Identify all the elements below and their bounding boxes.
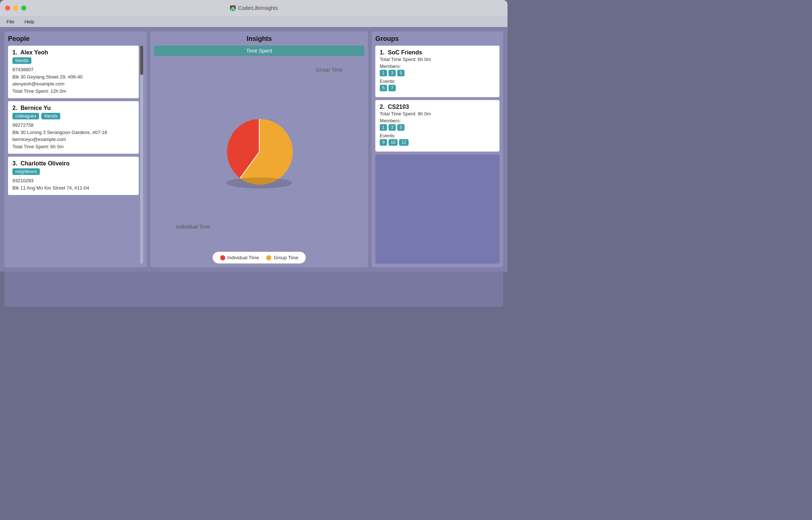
person-address-2: Blk 30 Lorong 3 Serangoon Gardens, #07-1…	[12, 129, 134, 136]
person-name-2: 2. Bernice Yu	[12, 105, 134, 111]
person-name-3: 3. Charlotte Oliveiro	[12, 160, 134, 167]
person-time-1: Total Time Spent: 12h 0m	[12, 88, 134, 95]
pie-chart	[223, 115, 296, 188]
people-panel: People 1. Alex Yeoh friends 87438807 Blk…	[4, 31, 147, 267]
group-time-2: Total Time Spent: 9h 0m	[380, 111, 495, 116]
people-panel-inner: 1. Alex Yeoh friends 87438807 Blk 30 Gey…	[8, 46, 143, 264]
member-badge-1-3: 5	[397, 70, 405, 76]
menu-file[interactable]: File	[4, 18, 16, 25]
legend-group: Group Time	[266, 255, 298, 260]
insights-header: Time Spent	[154, 46, 364, 56]
tag-colleagues-2: colleagues	[12, 113, 39, 119]
member-badge-2-1: 1	[380, 124, 387, 131]
pie-shadow	[226, 177, 292, 188]
group-time-1: Total Time Spent: 6h 0m	[380, 57, 495, 62]
groups-panel: Groups 1. SoC Friends Total Time Spent: …	[372, 31, 503, 267]
event-badge-2-2: 10	[388, 139, 398, 146]
group-name-2: 2. CS2103	[380, 104, 495, 110]
menu-bar: File Help	[0, 16, 508, 27]
main-content: People 1. Alex Yeoh friends 87438807 Blk…	[0, 27, 508, 272]
person-card-3[interactable]: 3. Charlotte Oliveiro neighbours 9321028…	[8, 157, 139, 195]
person-address-1: Blk 30 Geylang Street 29, #06-40	[12, 73, 134, 81]
maximize-button[interactable]	[21, 5, 26, 11]
tag-friends-2: friends	[41, 113, 60, 119]
person-phone-2: 99272758	[12, 122, 134, 129]
menu-help[interactable]: Help	[22, 18, 37, 25]
person-phone-1: 87438807	[12, 66, 134, 73]
legend-group-label: Group Time	[273, 255, 298, 260]
event-badge-2-3: 12	[399, 139, 408, 146]
chart-area: Group Time Individual Time	[154, 60, 364, 244]
close-button[interactable]	[5, 5, 10, 11]
legend-group-dot	[266, 255, 271, 260]
legend-individual: Individual Time	[220, 255, 259, 260]
event-badge-2-1: 9	[380, 139, 387, 146]
scrollbar-track[interactable]	[140, 46, 143, 264]
group-events-label-2: Events:	[380, 133, 495, 138]
event-badge-1-2: 7	[388, 85, 396, 91]
group-members-label-2: Members:	[380, 118, 495, 123]
scrollbar-thumb[interactable]	[140, 46, 143, 75]
minimize-button[interactable]	[13, 5, 18, 11]
person-tags-2: colleagues friends	[12, 113, 134, 119]
member-badge-2-3: 5	[397, 124, 405, 131]
person-time-2: Total Time Spent: 6h 0m	[12, 143, 134, 150]
person-email-1: alexyeoh@example.com	[12, 80, 134, 88]
person-address-3: Blk 11 Ang Mo Kio Street 74, #11-04	[12, 184, 134, 192]
person-email-2: berniceyu@example.com	[12, 136, 134, 143]
group-card-2[interactable]: 2. CS2103 Total Time Spent: 9h 0m Member…	[375, 100, 499, 152]
member-badge-1-1: 1	[380, 70, 387, 76]
group-selected-area	[375, 154, 499, 264]
person-phone-3: 93210283	[12, 177, 134, 184]
bottom-output-area	[4, 272, 503, 307]
groups-panel-title: Groups	[375, 35, 499, 43]
tag-friends-1: friends	[12, 57, 31, 64]
legend-individual-dot	[220, 255, 225, 260]
group-card-1[interactable]: 1. SoC Friends Total Time Spent: 6h 0m M…	[375, 46, 499, 97]
insights-panel: Insights Time Spent Group Time Individua…	[150, 31, 368, 267]
group-members-label-1: Members:	[380, 64, 495, 69]
group-members-badges-1: 1 3 5	[380, 70, 495, 76]
person-card-2[interactable]: 2. Bernice Yu colleagues friends 9927275…	[8, 101, 139, 154]
people-list[interactable]: 1. Alex Yeoh friends 87438807 Blk 30 Gey…	[8, 46, 139, 264]
group-members-badges-2: 1 3 5	[380, 124, 495, 131]
people-panel-title: People	[8, 35, 143, 43]
chart-label-individual: Individual Time	[176, 224, 210, 230]
person-tags-1: friends	[12, 57, 134, 64]
group-name-1: 1. SoC Friends	[380, 49, 495, 56]
insights-panel-title: Insights	[246, 35, 272, 43]
title-icon: 🧑‍💻	[230, 5, 236, 11]
person-tags-3: neighbours	[12, 168, 134, 175]
member-badge-2-2: 3	[388, 124, 396, 131]
group-events-label-1: Events:	[380, 79, 495, 84]
event-badge-1-1: 5	[380, 85, 387, 91]
window-title: 🧑‍💻 CoderLifeInsights	[230, 5, 278, 11]
group-events-badges-1: 5 7	[380, 85, 495, 91]
title-bar: 🧑‍💻 CoderLifeInsights	[0, 0, 508, 16]
person-name-1: 1. Alex Yeoh	[12, 49, 134, 56]
group-events-badges-2: 9 10 12	[380, 139, 495, 146]
legend-individual-label: Individual Time	[227, 255, 259, 260]
member-badge-1-2: 3	[388, 70, 396, 76]
chart-label-group: Group Time	[316, 67, 342, 73]
chart-legend: Individual Time Group Time	[212, 252, 306, 264]
traffic-lights	[5, 5, 26, 11]
person-card-1[interactable]: 1. Alex Yeoh friends 87438807 Blk 30 Gey…	[8, 46, 139, 98]
tag-neighbours-3: neighbours	[12, 168, 40, 175]
